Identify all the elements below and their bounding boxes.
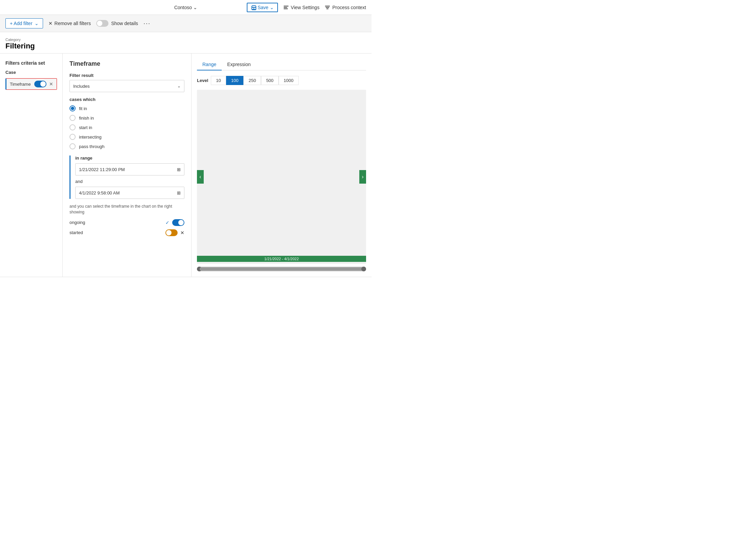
add-filter-button[interactable]: + Add filter ⌄ <box>5 18 43 28</box>
filter-result-label: Filter result <box>69 73 184 78</box>
ongoing-controls: ✓ <box>165 219 184 226</box>
info-text: and you can select the timeframe in the … <box>69 204 184 215</box>
tab-range[interactable]: Range <box>197 59 222 70</box>
level-1000-button[interactable]: 1000 <box>279 76 299 85</box>
chart-canvas <box>197 90 366 257</box>
select-chevron-icon: ⌄ <box>177 84 181 88</box>
radio-finish-in[interactable]: finish in <box>69 115 184 121</box>
radio-fit-in-label: fit in <box>79 106 87 111</box>
save-label: Save <box>258 5 268 10</box>
filter-result-value: Includes <box>73 84 89 89</box>
chart-nav-left-button[interactable]: ‹ <box>197 170 204 184</box>
mid-panel: Timeframe Filter result Includes ⌄ cases… <box>63 54 192 277</box>
chart-nav-right-button[interactable]: › <box>359 170 366 184</box>
radio-intersecting[interactable]: intersecting <box>69 134 184 140</box>
criteria-title: Filters criteria set <box>5 60 57 66</box>
main-content: Filters criteria set Case Timeframe ✕ Ti… <box>0 53 372 277</box>
filter-result-select[interactable]: Includes ⌄ <box>69 80 184 92</box>
save-chevron-icon[interactable]: ⌄ <box>270 5 274 10</box>
ongoing-row: ongoing ✓ <box>69 219 184 226</box>
tabs: Range Expression <box>197 59 366 70</box>
in-range-label: in range <box>75 155 184 161</box>
scrollbar-handle-right[interactable] <box>361 267 366 271</box>
started-controls: ✕ <box>165 229 184 236</box>
radio-intersecting-circle[interactable] <box>69 134 76 140</box>
timeframe-title: Timeframe <box>69 60 184 67</box>
started-toggle[interactable] <box>165 229 178 236</box>
ongoing-toggle[interactable] <box>172 219 184 226</box>
level-label: Level <box>197 78 208 83</box>
level-500-button[interactable]: 500 <box>261 76 279 85</box>
view-settings-icon <box>283 5 289 10</box>
radio-group: fit in finish in start in intersecting p… <box>69 105 184 149</box>
level-250-button[interactable]: 250 <box>243 76 261 85</box>
timeframe-filter-item[interactable]: Timeframe ✕ <box>5 78 57 90</box>
left-panel: Filters criteria set Case Timeframe ✕ <box>0 54 63 277</box>
level-10-button[interactable]: 10 <box>211 76 226 85</box>
date-start-value: 1/21/2022 11:29:00 PM <box>79 167 125 172</box>
view-settings-label: View Settings <box>291 5 320 10</box>
radio-pass-through[interactable]: pass through <box>69 143 184 149</box>
process-context-icon <box>325 5 330 10</box>
radio-start-in-circle[interactable] <box>69 124 76 130</box>
show-details-label: Show details <box>111 21 138 26</box>
view-settings-action[interactable]: View Settings <box>283 5 320 10</box>
category-section: Category Filtering <box>0 32 372 53</box>
company-name[interactable]: Contoso <box>174 5 192 10</box>
category-label: Category <box>5 38 366 42</box>
timeframe-label: Timeframe <box>10 82 32 87</box>
more-options-button[interactable]: ··· <box>143 20 150 27</box>
process-context-label: Process context <box>332 5 366 10</box>
tab-expression[interactable]: Expression <box>222 59 256 70</box>
save-icon <box>251 5 256 10</box>
remove-x-icon: ✕ <box>48 21 53 26</box>
category-title: Filtering <box>5 42 366 50</box>
started-row: started ✕ <box>69 229 184 236</box>
started-x-icon[interactable]: ✕ <box>180 230 184 235</box>
remove-filters-label: Remove all filters <box>55 21 91 26</box>
svg-rect-2 <box>284 8 288 9</box>
radio-finish-in-circle[interactable] <box>69 115 76 121</box>
case-label: Case <box>5 70 57 75</box>
chart-inner: ‹ › 1/21/2022 - 4/1/2022 <box>197 90 366 264</box>
and-label: and <box>75 179 184 184</box>
radio-start-in[interactable]: start in <box>69 124 184 130</box>
timeframe-toggle[interactable] <box>34 81 46 87</box>
add-filter-label: + Add filter <box>10 21 33 26</box>
calendar-icon[interactable]: ⊞ <box>177 167 181 172</box>
nav-center: Contoso ⌄ <box>174 5 197 10</box>
save-button[interactable]: Save ⌄ <box>247 3 278 12</box>
radio-finish-in-label: finish in <box>79 116 94 121</box>
company-chevron-icon[interactable]: ⌄ <box>193 5 197 10</box>
bottom-actions: Apply Discard <box>0 277 372 280</box>
show-details-toggle: Show details <box>96 20 138 27</box>
level-100-button[interactable]: 100 <box>226 76 244 85</box>
radio-fit-in-circle[interactable] <box>69 105 76 111</box>
chart-container: ‹ › 1/21/2022 - 4/1/2022 <box>197 90 366 264</box>
date-start-input[interactable]: 1/21/2022 11:29:00 PM ⊞ <box>75 163 184 175</box>
date-end-value: 4/1/2022 9:58:00 AM <box>79 190 120 195</box>
chart-scrollbar[interactable] <box>197 267 366 271</box>
ongoing-check-icon: ✓ <box>165 220 169 225</box>
process-context-action[interactable]: Process context <box>325 5 366 10</box>
timeframe-close-icon[interactable]: ✕ <box>49 81 53 87</box>
add-filter-chevron-icon: ⌄ <box>35 21 39 26</box>
level-row: Level 10 100 250 500 1000 <box>197 76 366 85</box>
radio-fit-in[interactable]: fit in <box>69 105 184 111</box>
ongoing-label: ongoing <box>69 220 85 225</box>
radio-start-in-label: start in <box>79 125 92 130</box>
svg-rect-0 <box>284 6 288 6</box>
filter-bar: + Add filter ⌄ ✕ Remove all filters Show… <box>0 15 372 32</box>
radio-intersecting-label: intersecting <box>79 134 101 140</box>
calendar-end-icon[interactable]: ⊞ <box>177 190 181 195</box>
radio-pass-through-label: pass through <box>79 144 104 149</box>
nav-right: Save ⌄ View Settings Process context <box>247 0 366 15</box>
range-section: in range 1/21/2022 11:29:00 PM ⊞ and 4/1… <box>69 155 184 199</box>
scrollbar-thumb[interactable] <box>200 267 363 271</box>
show-details-toggle-switch[interactable] <box>96 20 108 27</box>
remove-filters-button[interactable]: ✕ Remove all filters <box>48 21 91 26</box>
svg-rect-1 <box>284 7 287 8</box>
date-end-input[interactable]: 4/1/2022 9:58:00 AM ⊞ <box>75 187 184 199</box>
started-label: started <box>69 230 83 235</box>
radio-pass-through-circle[interactable] <box>69 143 76 149</box>
